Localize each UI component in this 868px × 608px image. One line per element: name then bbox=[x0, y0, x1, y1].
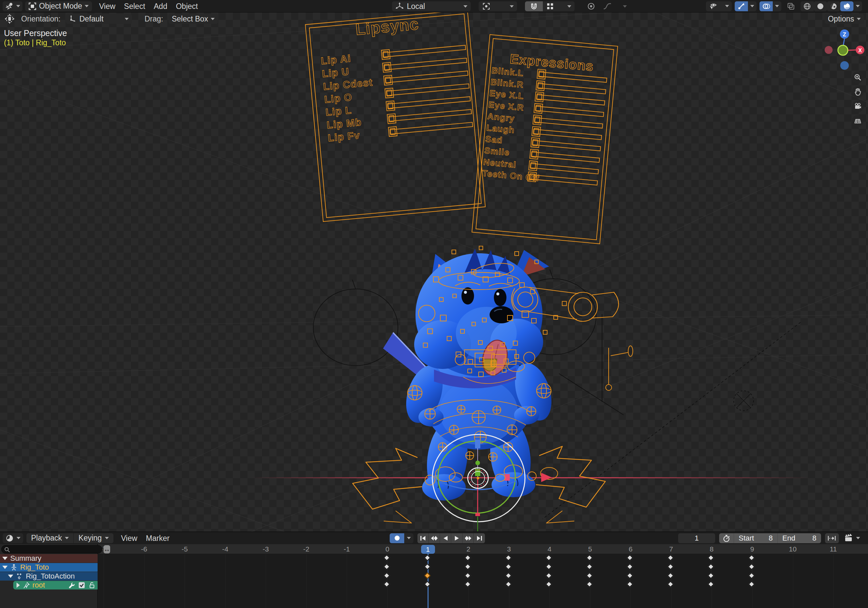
rig-slider-handle[interactable] bbox=[536, 69, 546, 79]
channel-row-summary[interactable]: Summary bbox=[0, 554, 98, 563]
timeline-menu-marker[interactable]: Marker bbox=[141, 532, 174, 545]
play-reverse-button[interactable] bbox=[440, 533, 451, 543]
show-overlays-toggle[interactable] bbox=[760, 1, 773, 11]
timeline-menu-keying[interactable]: Keying bbox=[73, 533, 113, 543]
axis-neg-x-ball[interactable] bbox=[825, 46, 832, 54]
keyframe-diamond[interactable] bbox=[708, 581, 714, 588]
end-frame-field[interactable]: End 8 bbox=[777, 533, 821, 543]
camera-view-button[interactable] bbox=[852, 101, 864, 112]
keyframe-diamond[interactable] bbox=[546, 581, 552, 588]
keyframe-diamond[interactable] bbox=[667, 572, 674, 579]
menu-add[interactable]: Add bbox=[150, 0, 172, 12]
keyframe-diamond[interactable] bbox=[383, 572, 390, 579]
axis-neg-z-ball[interactable] bbox=[840, 61, 849, 70]
keyframe-diamond[interactable] bbox=[546, 554, 552, 561]
viewport-3d[interactable]: Orientation: Default Drag: Select Box Op… bbox=[0, 12, 868, 532]
use-preview-range-button[interactable] bbox=[719, 533, 734, 543]
keyframe-diamond[interactable] bbox=[586, 581, 593, 588]
keyframe-diamond[interactable] bbox=[708, 554, 714, 561]
rig-slider-handle[interactable] bbox=[386, 101, 395, 111]
keyframe-diamond[interactable] bbox=[383, 563, 390, 570]
jump-to-end-button[interactable] bbox=[474, 533, 485, 543]
keyframe-diamond[interactable] bbox=[667, 554, 674, 561]
show-gizmos-dropdown[interactable] bbox=[748, 1, 756, 11]
orientation-default-dropdown[interactable]: Default bbox=[66, 14, 132, 24]
keyframe-diamond[interactable] bbox=[383, 581, 390, 588]
proportional-editing-button[interactable] bbox=[583, 1, 600, 11]
keyframe-diamond[interactable] bbox=[586, 554, 593, 561]
keyframe-diamond[interactable] bbox=[383, 554, 390, 561]
snap-target-dropdown[interactable] bbox=[543, 1, 575, 11]
keyframe-diamond[interactable] bbox=[626, 581, 633, 588]
keyframe-diamond[interactable] bbox=[424, 554, 431, 561]
bone-control-square[interactable] bbox=[543, 330, 547, 334]
rig-slider-handle[interactable] bbox=[529, 149, 539, 159]
transform-orientation-dropdown[interactable]: Local bbox=[392, 1, 471, 11]
toggle-orthographic-button[interactable] bbox=[852, 115, 864, 127]
timeline-menu-playback[interactable]: Playback bbox=[26, 533, 73, 543]
visibility-dropdown[interactable] bbox=[706, 1, 732, 11]
rig-slider-handle[interactable] bbox=[531, 137, 540, 148]
keyframe-diamond[interactable] bbox=[708, 563, 714, 570]
channel-filter-button[interactable]: ↔ bbox=[104, 545, 110, 554]
playback-sync-dropdown[interactable] bbox=[843, 533, 861, 543]
rig-slider-handle[interactable] bbox=[384, 88, 394, 98]
toggle-xray-button[interactable] bbox=[784, 1, 798, 11]
bone-control-square[interactable] bbox=[563, 302, 567, 306]
timeline-editor-type-button[interactable] bbox=[3, 533, 23, 543]
gizmo-x-arrow[interactable] bbox=[541, 473, 552, 482]
collapse-icon[interactable] bbox=[2, 557, 8, 560]
timeline-menu-view[interactable]: View bbox=[117, 532, 141, 545]
keyframe-diamond[interactable] bbox=[586, 563, 593, 570]
keyframe-diamond[interactable] bbox=[586, 572, 593, 579]
channel-row-rig-toto[interactable]: Rig_Toto bbox=[0, 563, 98, 572]
rig-slider-handle[interactable] bbox=[381, 49, 391, 60]
current-frame-field[interactable]: 1 bbox=[678, 533, 715, 543]
shading-wireframe-button[interactable] bbox=[801, 1, 814, 11]
play-button[interactable] bbox=[451, 533, 462, 543]
modifier-wrench-icon[interactable] bbox=[68, 582, 76, 589]
rig-slider-handle[interactable] bbox=[536, 80, 545, 91]
keyframe-diamond[interactable] bbox=[424, 581, 431, 588]
show-gizmos-toggle[interactable] bbox=[735, 1, 748, 11]
keyframe-diamond[interactable] bbox=[708, 572, 714, 579]
channel-search-input[interactable] bbox=[2, 545, 102, 554]
keyframe-diamond[interactable] bbox=[748, 572, 755, 579]
keyframe-diamond[interactable] bbox=[464, 563, 471, 570]
rig-slider-handle[interactable] bbox=[535, 91, 544, 102]
editor-type-button[interactable] bbox=[3, 1, 23, 11]
timeline-ruler[interactable]: -7-6-5-4-3-2-101234567891011 bbox=[98, 544, 868, 554]
zoom-tool-button[interactable] bbox=[852, 71, 864, 83]
keyframe-diamond[interactable] bbox=[505, 563, 512, 570]
proportional-falloff-dropdown[interactable] bbox=[600, 1, 630, 11]
shading-rendered-button[interactable] bbox=[840, 1, 854, 11]
pivot-point-dropdown[interactable] bbox=[479, 1, 517, 11]
keyframe-diamond[interactable] bbox=[546, 563, 552, 570]
jump-to-prev-keyframe-button[interactable] bbox=[429, 533, 440, 543]
axis-y-ball[interactable] bbox=[838, 45, 848, 55]
menu-select[interactable]: Select bbox=[120, 0, 150, 12]
active-tool-button[interactable] bbox=[3, 14, 16, 24]
keyframe-diamond[interactable] bbox=[424, 572, 431, 579]
start-frame-field[interactable]: Start 8 bbox=[734, 533, 777, 543]
menu-view[interactable]: View bbox=[95, 0, 119, 12]
drag-dropdown[interactable]: Select Box bbox=[168, 14, 218, 24]
character-toto[interactable] bbox=[383, 249, 558, 501]
rig-slider-handle[interactable] bbox=[382, 62, 392, 73]
bone-control-square[interactable] bbox=[452, 250, 456, 254]
collapse-icon[interactable] bbox=[2, 566, 8, 569]
shading-solid-button[interactable] bbox=[814, 1, 827, 11]
bone-control-square[interactable] bbox=[479, 246, 483, 250]
current-frame-badge[interactable]: 1 bbox=[421, 545, 435, 554]
show-overlays-dropdown[interactable] bbox=[773, 1, 781, 11]
keyframe-area[interactable]: -7-6-5-4-3-2-101234567891011 1 bbox=[98, 544, 868, 608]
expand-icon[interactable] bbox=[17, 583, 20, 588]
keyframe-diamond[interactable] bbox=[626, 563, 633, 570]
options-dropdown[interactable]: Options bbox=[825, 14, 864, 24]
menu-object[interactable]: Object bbox=[172, 0, 202, 12]
keyframe-diamond[interactable] bbox=[748, 563, 755, 570]
jump-to-next-keyframe-button[interactable] bbox=[462, 533, 474, 543]
keyframe-diamond[interactable] bbox=[464, 572, 471, 579]
channel-row-root[interactable]: root bbox=[13, 581, 98, 589]
collapse-icon[interactable] bbox=[8, 575, 13, 578]
